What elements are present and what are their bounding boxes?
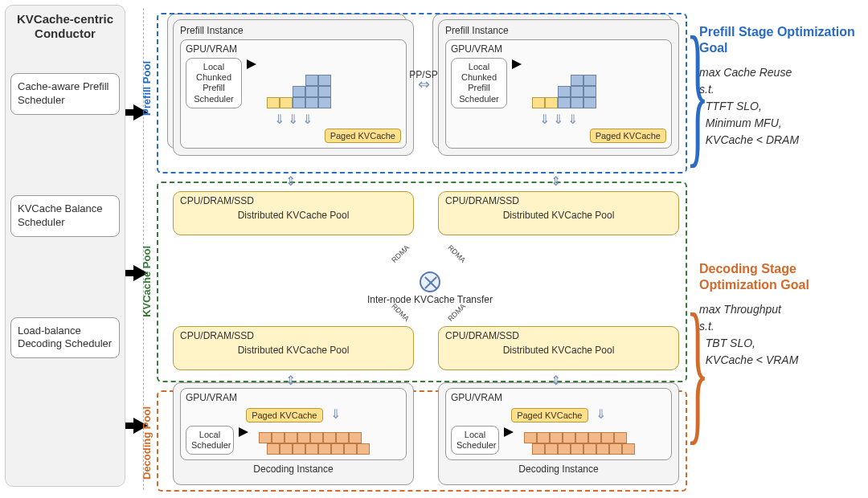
internode-label: Inter-node KVCache Transfer [366, 294, 494, 305]
decode-blocks-icon [524, 432, 635, 455]
arrow-icon [247, 59, 256, 69]
prefill-instance-2: Prefill Instance GPU/VRAM Local Chunked … [438, 19, 679, 156]
transfer-hub-icon [420, 271, 440, 292]
tier-label: CPU/DRAM/SSD [445, 330, 672, 341]
prefill-goal: Prefill Stage Optimization Goal max Cach… [699, 24, 860, 149]
updown-arrow-icon: ⇕ [285, 173, 296, 189]
goal-line: max Cache Reuse [699, 64, 860, 81]
arrow-icon [512, 59, 522, 69]
distributed-kvcache-pool: CPU/DRAM/SSD Distributed KVCache Pool [173, 191, 414, 235]
internode-transfer: Inter-node KVCache Transfer [398, 271, 462, 305]
decoding-instance-title: Decoding Instance [180, 463, 407, 475]
decode-blocks-icon [259, 432, 370, 455]
updown-arrow-icon: ⇕ [551, 373, 561, 388]
gpu-label: GPU/VRAM [451, 43, 666, 55]
kvcache-pool-label: KVCache Pool [141, 246, 153, 317]
goal-line: Minimum MFU, [699, 115, 860, 132]
dist-pool-name: Distributed KVCache Pool [180, 210, 407, 221]
goal-line: s.t. [699, 318, 860, 335]
dist-pool-name: Distributed KVCache Pool [445, 210, 672, 221]
gpu-vram-box: GPU/VRAM Local Chunked Prefill Scheduler… [445, 39, 672, 149]
gpu-vram-box: GPU/VRAM Paged KVCache ⇓ Local Scheduler [445, 388, 672, 460]
prefill-pool-label: Prefill Pool [141, 61, 153, 116]
goal-line: KVCache < DRAM [699, 132, 860, 149]
main-diagram: Prefill Pool KVCache Pool Decoding Pool … [157, 5, 687, 492]
gpu-vram-box: GPU/VRAM Paged KVCache ⇓ Local Scheduler [180, 388, 407, 460]
goal-line: TTFT SLO, [699, 98, 860, 115]
paged-kvcache: Paged KVCache [590, 129, 666, 143]
gpu-label: GPU/VRAM [186, 43, 401, 55]
cache-aware-prefill-scheduler: Cache-aware Prefill Scheduler [10, 73, 120, 115]
decoding-goal-body: max Throughput s.t. TBT SLO, KVCache < V… [699, 301, 860, 369]
paged-kvcache: Paged KVCache [511, 408, 588, 422]
dist-pool-name: Distributed KVCache Pool [445, 345, 672, 356]
decoding-goal: Decoding Stage Optimization Goal max Thr… [699, 261, 860, 369]
decoding-pool-label: Decoding Pool [141, 406, 153, 480]
gpu-label: GPU/VRAM [451, 392, 666, 403]
decoding-instance-2: GPU/VRAM Paged KVCache ⇓ Local Scheduler… [438, 382, 679, 485]
double-arrow-icon: ⇔ [407, 80, 440, 89]
updown-arrow-icon: ⇕ [551, 173, 561, 189]
updown-arrow-icon: ⇕ [285, 373, 296, 388]
kvcache-balance-scheduler: KVCache Balance Scheduler [10, 195, 120, 237]
decoding-goal-title: Decoding Stage Optimization Goal [699, 261, 860, 293]
local-scheduler: Local Scheduler [186, 426, 234, 455]
paged-kvcache: Paged KVCache [325, 129, 401, 143]
arrow-icon [504, 427, 514, 437]
decoding-instance-title: Decoding Instance [445, 463, 672, 475]
goal-line: TBT SLO, [699, 335, 860, 352]
distributed-kvcache-pool: CPU/DRAM/SSD Distributed KVCache Pool [438, 191, 679, 235]
distributed-kvcache-pool: CPU/DRAM/SSD Distributed KVCache Pool [438, 326, 679, 370]
tier-label: CPU/DRAM/SSD [180, 330, 407, 341]
tier-label: CPU/DRAM/SSD [180, 195, 407, 206]
conductor-panel: KVCache-centric Conductor Cache-aware Pr… [5, 5, 125, 487]
goal-line: KVCache < VRAM [699, 352, 860, 369]
goal-line: max Throughput [699, 301, 860, 318]
prefill-goal-body: max Cache Reuse s.t. TTFT SLO, Minimum M… [699, 64, 860, 149]
goals-column: Prefill Stage Optimization Goal max Cach… [699, 24, 860, 481]
tier-label: CPU/DRAM/SSD [445, 195, 672, 206]
arrow-icon [239, 427, 248, 437]
paged-kvcache: Paged KVCache [246, 408, 322, 422]
goal-line: s.t. [699, 81, 860, 98]
dist-pool-name: Distributed KVCache Pool [180, 345, 407, 356]
prefill-instance-title: Prefill Instance [445, 25, 672, 36]
local-chunked-prefill-scheduler: Local Chunked Prefill Scheduler [186, 58, 242, 108]
prefill-instance-1: Prefill Instance GPU/VRAM Local Chunked … [173, 19, 414, 156]
prefill-instance-title: Prefill Instance [180, 25, 407, 36]
local-scheduler: Local Scheduler [451, 426, 499, 455]
conductor-title: KVCache-centric Conductor [10, 12, 120, 41]
gpu-vram-box: GPU/VRAM Local Chunked Prefill Scheduler… [180, 39, 407, 149]
kv-blocks-icon [532, 75, 596, 108]
load-balance-decoding-scheduler: Load-balance Decoding Scheduler [10, 317, 120, 359]
gpu-label: GPU/VRAM [186, 392, 401, 403]
prefill-goal-title: Prefill Stage Optimization Goal [699, 24, 860, 56]
pp-sp-link: PP/SP ⇔ [407, 69, 440, 89]
decoding-instance-1: GPU/VRAM Paged KVCache ⇓ Local Scheduler… [173, 382, 414, 485]
local-chunked-prefill-scheduler: Local Chunked Prefill Scheduler [451, 58, 507, 108]
kv-blocks-icon [267, 75, 331, 108]
distributed-kvcache-pool: CPU/DRAM/SSD Distributed KVCache Pool [173, 326, 414, 370]
